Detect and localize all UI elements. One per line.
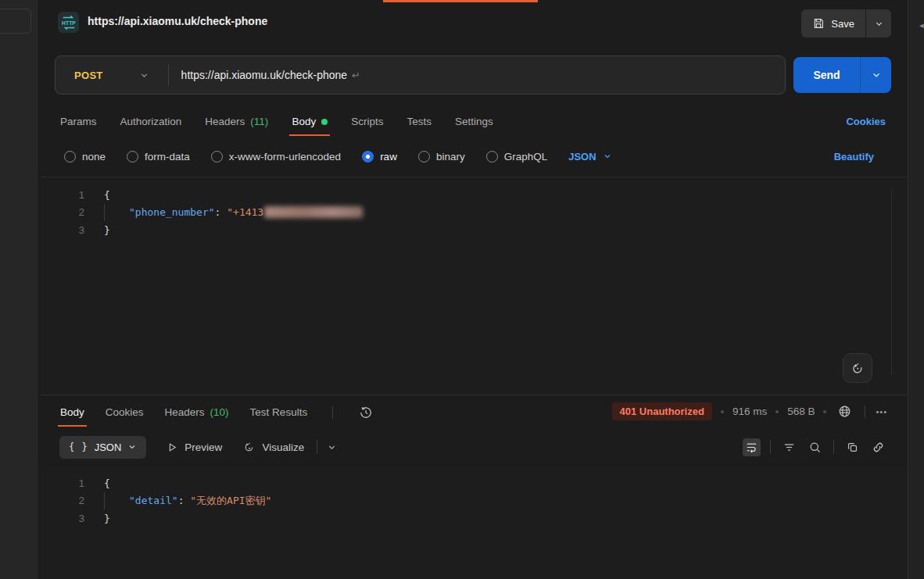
divider <box>317 440 317 454</box>
response-tab-cookies[interactable]: Cookies <box>106 406 144 420</box>
network-globe-icon[interactable] <box>835 402 854 421</box>
radio-icon <box>211 151 223 163</box>
method-selector[interactable]: POST <box>56 70 103 81</box>
tab-headers[interactable]: Headers(11) <box>205 116 268 129</box>
play-icon <box>167 441 178 453</box>
postbot-button[interactable] <box>843 353 872 383</box>
tab-scripts[interactable]: Scripts <box>351 116 383 129</box>
response-tabs: Body Cookies Headers(10) Test Results <box>60 402 376 423</box>
visualize-sparkle-icon <box>242 441 256 454</box>
code-line: 2 "detail": "无效的API密钥" <box>41 492 907 510</box>
status-badge[interactable]: 401 Unauthorized <box>612 402 712 420</box>
tab-settings[interactable]: Settings <box>455 116 493 129</box>
response-tab-body[interactable]: Body <box>60 406 84 420</box>
raw-language-select[interactable]: JSON <box>568 151 611 163</box>
visualize-button[interactable]: Visualize <box>242 441 304 454</box>
svg-text:HTTP: HTTP <box>62 20 76 25</box>
divider <box>833 440 834 454</box>
method-chevron-icon[interactable] <box>139 70 149 80</box>
request-workspace: HTTP https://api.xiaomu.uk/check-phone S… <box>41 0 907 579</box>
request-title: https://api.xiaomu.uk/check-phone <box>88 15 267 27</box>
radio-icon <box>64 151 76 163</box>
code-line: 1 { <box>41 186 907 204</box>
divider <box>770 440 771 454</box>
url-input-container: POST https://api.xiaomu.uk/check-phone ↵ <box>55 55 786 95</box>
right-rail-cutoff-icon[interactable]: ◂ <box>919 20 924 30</box>
divider <box>865 406 865 418</box>
tab-params[interactable]: Params <box>60 116 97 129</box>
radio-icon <box>486 151 498 163</box>
return-key-hint: ↵ <box>352 70 360 81</box>
indent-guide <box>104 492 105 509</box>
request-body-editor[interactable]: 1 { 2 "phone_number": "+1413 3 } <box>41 177 907 394</box>
word-wrap-icon[interactable] <box>743 438 761 456</box>
body-type-row: none form-data x-www-form-urlencoded raw… <box>41 145 907 168</box>
body-type-urlencoded[interactable]: x-www-form-urlencoded <box>211 151 341 163</box>
dot-separator <box>775 410 779 413</box>
left-sidebar-rail <box>0 0 39 579</box>
right-sidebar-rail: ◂ <box>908 0 924 579</box>
response-tab-headers[interactable]: Headers(10) <box>165 406 229 420</box>
save-icon <box>812 17 825 30</box>
filter-icon[interactable] <box>780 438 798 456</box>
response-body-editor[interactable]: 1 { 2 "detail": "无效的API密钥" 3 } <box>41 466 907 579</box>
save-options-chevron[interactable] <box>865 9 891 38</box>
response-meta: 401 Unauthorized 916 ms 568 B ••• <box>612 402 887 421</box>
save-button[interactable]: Save <box>801 9 865 38</box>
send-button[interactable]: Send <box>793 57 860 93</box>
redacted-phone-value <box>264 206 363 218</box>
braces-icon: { } <box>69 441 88 452</box>
body-type-none[interactable]: none <box>64 151 106 163</box>
sidebar-collapsed-item[interactable] <box>0 9 31 34</box>
body-type-form-data[interactable]: form-data <box>127 151 190 163</box>
tab-authorization[interactable]: Authorization <box>120 116 182 129</box>
response-format-select[interactable]: { } JSON <box>59 436 146 459</box>
url-divider <box>168 64 169 86</box>
request-tabs: Params Authorization Headers(11) Body Sc… <box>41 109 907 135</box>
http-method-icon: HTTP <box>58 12 79 33</box>
send-options-chevron[interactable] <box>860 57 891 93</box>
beautify-link[interactable]: Beautify <box>834 151 874 163</box>
editor-scrollbar[interactable] <box>891 188 892 376</box>
code-line: 1 { <box>41 474 907 492</box>
request-header-row: HTTP https://api.xiaomu.uk/check-phone S… <box>41 8 907 41</box>
code-line: 3 } <box>41 221 907 239</box>
radio-icon <box>418 151 430 163</box>
cookies-link[interactable]: Cookies <box>846 116 886 127</box>
search-icon[interactable] <box>806 438 824 456</box>
response-history-icon[interactable] <box>356 402 376 423</box>
indent-guide <box>104 204 105 221</box>
code-line: 2 "phone_number": "+1413 <box>41 204 907 222</box>
response-tab-test-results[interactable]: Test Results <box>250 406 308 420</box>
code-line: 3 } <box>41 509 907 527</box>
link-icon[interactable] <box>869 438 887 456</box>
response-more-options[interactable]: ••• <box>876 407 887 416</box>
body-type-raw[interactable]: raw <box>362 151 397 163</box>
toolbar-chevron-icon[interactable] <box>327 442 337 452</box>
dot-separator <box>823 410 826 413</box>
url-row: POST https://api.xiaomu.uk/check-phone ↵… <box>41 55 907 95</box>
divider <box>332 406 333 419</box>
response-time[interactable]: 916 ms <box>732 406 767 417</box>
url-input[interactable]: https://api.xiaomu.uk/check-phone <box>181 69 347 81</box>
dot-separator <box>721 410 724 413</box>
radio-selected-icon <box>362 151 374 163</box>
body-type-graphql[interactable]: GraphQL <box>486 151 548 163</box>
response-toolbar: { } JSON Preview Visualize <box>41 434 907 460</box>
copy-icon[interactable] <box>843 438 861 456</box>
radio-icon <box>127 151 138 163</box>
body-modified-dot <box>321 119 328 125</box>
response-size[interactable]: 568 B <box>787 406 815 417</box>
body-type-binary[interactable]: binary <box>418 151 465 163</box>
response-header: Body Cookies Headers(10) Test Results 40… <box>41 395 907 427</box>
tab-tests[interactable]: Tests <box>406 116 432 129</box>
tab-body[interactable]: Body <box>292 116 328 129</box>
preview-button[interactable]: Preview <box>167 441 222 453</box>
